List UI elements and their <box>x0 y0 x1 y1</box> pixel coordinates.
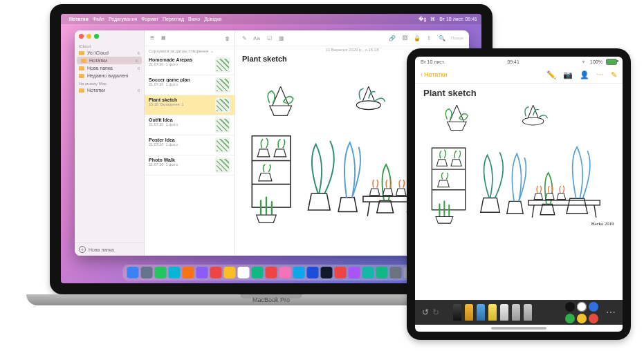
note-list-item[interactable]: Photo Walk21.07.201 фото <box>145 155 234 176</box>
note-list-item[interactable]: Homemade Arepas21.07.201 фото <box>145 55 234 75</box>
compose-icon[interactable]: ✎ <box>241 35 248 41</box>
sort-label: Сортувати за датою створення <box>149 49 208 53</box>
sidebar-folder[interactable]: Нова папка0 <box>75 64 144 72</box>
tool-eraser[interactable] <box>500 304 508 321</box>
close-button[interactable] <box>79 34 84 39</box>
dock-app[interactable] <box>224 267 236 278</box>
dock-app[interactable] <box>307 267 319 278</box>
folder-icon <box>79 66 84 70</box>
more-icon[interactable]: ⋯ <box>596 70 604 79</box>
menu-view[interactable]: Перегляд <box>163 17 184 21</box>
dock-app[interactable] <box>196 267 208 278</box>
menu-file[interactable]: Файл <box>93 17 104 21</box>
camera-icon[interactable]: 📷 <box>563 70 573 79</box>
tool-highlighter[interactable] <box>488 304 497 321</box>
undo-icon[interactable]: ↺ <box>422 307 429 317</box>
text-style-icon[interactable]: Aa <box>253 35 260 41</box>
menubar-clock[interactable]: Вт 10 лист. 09:41 <box>439 17 477 21</box>
dock-app[interactable] <box>266 267 277 278</box>
sort-dropdown[interactable]: Сортувати за датою створення ⌄ <box>145 46 234 55</box>
new-folder-button[interactable]: + Нова папка <box>75 243 144 256</box>
dock-app[interactable] <box>376 267 388 278</box>
redo-icon[interactable]: ↻ <box>432 307 439 317</box>
tool-pencil[interactable] <box>477 304 485 321</box>
back-button[interactable]: ‹ Нотатки <box>421 71 447 78</box>
grid-view-icon[interactable]: ▦ <box>160 35 167 41</box>
dock-app[interactable] <box>141 267 153 278</box>
share-icon[interactable]: ⇪ <box>426 35 433 41</box>
battery-percent: 100% <box>590 59 602 64</box>
checklist-icon[interactable]: ☑ <box>266 35 273 41</box>
dock-app[interactable] <box>293 267 305 278</box>
compose-icon[interactable]: ✎ <box>611 70 617 79</box>
note-list-item[interactable]: Outfit Idea21.07.201 фото <box>145 115 234 135</box>
dock-app[interactable] <box>349 267 360 278</box>
sidebar-folder[interactable]: Нотатки0 <box>75 86 144 94</box>
dock-app[interactable] <box>210 267 222 278</box>
ipad-sketch-canvas[interactable]: Becka 2019 <box>423 105 614 296</box>
markup-icon[interactable]: ✏️ <box>546 70 556 79</box>
dock-app[interactable] <box>238 267 250 278</box>
note-list-item[interactable]: Plant sketch15:18Вкладення: 1 <box>145 95 234 115</box>
home-indicator[interactable] <box>491 327 546 330</box>
menu-edit[interactable]: Редагування <box>109 17 137 21</box>
link-icon[interactable]: 🔗 <box>389 35 396 41</box>
dock-app[interactable] <box>155 267 167 278</box>
folder-icon <box>79 74 84 78</box>
note-thumbnail <box>215 137 230 153</box>
list-view-icon[interactable]: ☰ <box>149 35 156 41</box>
menu-window[interactable]: Вікно <box>188 17 200 21</box>
ipad-status-bar: Вт 10 лист. 09:41 ᯤ 100% <box>415 57 623 66</box>
menubar-app-name[interactable]: Нотатки <box>69 17 89 21</box>
tool-lasso[interactable] <box>512 304 520 321</box>
search-icon[interactable]: 🔍 <box>439 35 445 41</box>
tool-ruler[interactable] <box>524 304 532 321</box>
minimize-button[interactable] <box>86 34 91 39</box>
color-swatch[interactable] <box>565 314 575 323</box>
table-icon[interactable]: ▦ <box>278 35 285 41</box>
macbook-label: MacBook Pro <box>50 296 493 303</box>
sidebar-folder[interactable]: Нотатки6 <box>77 57 142 64</box>
zoom-button[interactable] <box>94 34 99 39</box>
dock-app[interactable] <box>169 267 181 278</box>
dock-app[interactable] <box>127 267 139 278</box>
people-icon[interactable]: 👤 <box>580 70 589 79</box>
lock-icon[interactable]: 🔒 <box>414 35 421 41</box>
tool-marker[interactable] <box>465 304 473 321</box>
dock-app[interactable] <box>390 267 402 278</box>
photo-icon[interactable]: 🖼 <box>401 35 408 41</box>
menu-format[interactable]: Формат <box>141 17 158 21</box>
dock-app[interactable] <box>335 267 347 278</box>
color-swatch[interactable] <box>589 314 598 323</box>
color-swatch[interactable] <box>589 302 598 312</box>
menu-help[interactable]: Довідка <box>204 17 221 21</box>
chevron-down-icon: ⌄ <box>210 48 214 53</box>
tool-pen[interactable] <box>453 304 461 321</box>
color-swatch[interactable] <box>577 314 587 323</box>
plant-sketch-drawing: Becka 2019 <box>423 105 614 229</box>
ipad-status-clock: 09:41 <box>507 59 519 64</box>
note-subtitle: 1 фото <box>165 62 178 66</box>
dock-app[interactable] <box>362 267 374 278</box>
search-placeholder[interactable]: Пошук <box>451 36 463 40</box>
ipad-note-title[interactable]: Plant sketch <box>415 84 623 102</box>
dock-app[interactable] <box>252 267 264 278</box>
sidebar-item-count: 6 <box>138 51 140 55</box>
note-list-item[interactable]: Soccer game plan21.07.201 фото <box>145 75 234 95</box>
sidebar-folder[interactable]: Усі iCloud6 <box>75 49 144 57</box>
trash-icon[interactable]: 🗑 <box>223 35 230 41</box>
dock-app[interactable] <box>321 267 333 278</box>
note-date: 21.07.20 <box>149 62 163 66</box>
plus-icon: + <box>79 246 86 253</box>
color-swatch[interactable] <box>565 302 575 312</box>
color-swatch[interactable] <box>577 302 587 312</box>
dock-app[interactable] <box>279 267 291 278</box>
note-thumbnail <box>215 77 230 93</box>
control-center-icon[interactable]: ⌘ <box>430 17 435 22</box>
dock-app[interactable] <box>183 267 194 278</box>
folder-icon <box>79 88 84 93</box>
wifi-icon[interactable]: �ġ <box>418 17 426 22</box>
more-icon[interactable]: ⋯ <box>606 307 616 318</box>
note-list-item[interactable]: Poster Idea21.07.201 фото <box>145 135 234 155</box>
sidebar-folder[interactable]: Недавно видалені <box>75 72 144 79</box>
